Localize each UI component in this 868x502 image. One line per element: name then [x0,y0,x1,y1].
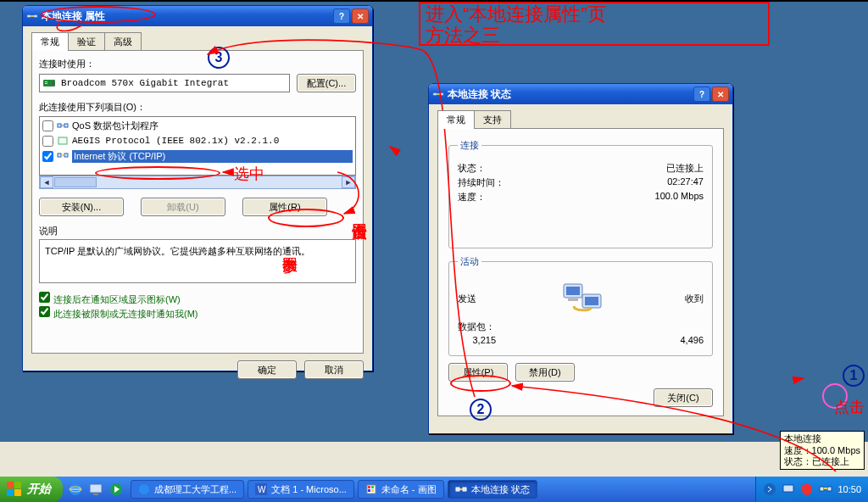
cb-label: 连接后在通知区域显示图标(W) [53,294,181,304]
item-checkbox[interactable] [42,136,53,147]
svg-rect-14 [566,287,580,295]
items-label: 此连接使用下列项目(O)： [39,101,356,114]
task-button[interactable]: 未命名 - 画图 [358,480,444,499]
svg-rect-9 [58,153,61,157]
tab-auth[interactable]: 验证 [68,32,105,51]
task-label: 未命名 - 画图 [381,483,437,496]
tab-advanced[interactable]: 高级 [104,32,142,51]
task-button[interactable]: 成都理工大学工程... [131,480,244,499]
window-lan-properties: 本地连接 属性 ? ✕ 常规 验证 高级 连接时使用： Broadcom 570… [22,5,373,371]
cb-label: 此连接被限制或无连接时通知我(M) [53,309,198,319]
titlebar-help-button[interactable]: ? [693,86,710,102]
configure-button[interactable]: 配置(C)... [297,74,356,92]
group-connection: 连接 [458,139,481,152]
task-label: 本地连接 状态 [471,483,530,496]
scroll-left-button[interactable]: ◄ [40,176,53,188]
title-text: 本地连接 属性 [42,9,105,24]
sent-label: 发送 [458,293,476,305]
ie-icon [138,483,150,495]
network-icon [432,88,444,100]
list-item[interactable]: AEGIS Protocol (IEEE 802.1x) v2.2.1.0 [41,133,354,148]
tray-monitor-icon[interactable] [782,482,795,496]
tray-tooltip: 本地连接 速度：100.0 Mbps 状态：已连接上 [780,431,865,470]
show-tray-icon-checkbox[interactable]: 连接后在通知区域显示图标(W) [39,292,356,306]
svg-rect-6 [58,124,61,127]
svg-rect-20 [7,489,14,496]
ie-icon[interactable] [68,482,83,497]
service-icon [57,120,69,131]
taskbar: 开始 成都理工大学工程... W 文档 1 - Microso... 未命名 -… [0,477,868,502]
svg-rect-36 [456,488,459,491]
adapter-field: Broadcom 570x Gigabit Integrat [39,74,290,92]
titlebar-lan-status[interactable]: 本地连接 状态 ? ✕ [429,84,732,104]
start-button[interactable]: 开始 [0,477,63,502]
svg-rect-32 [368,486,370,488]
svg-rect-17 [585,297,598,305]
item-checkbox[interactable] [42,120,53,131]
svg-rect-11 [433,92,437,96]
tabs: 常规 验证 高级 [31,31,364,50]
window-lan-status: 本地连接 状态 ? ✕ 常规 支持 连接 状态：已连接上 持续时间：02:27:… [428,83,733,434]
tab-general[interactable]: 常规 [437,110,475,129]
svg-rect-0 [27,14,31,18]
state-value: 已连接上 [666,162,704,175]
network-icon [26,10,38,22]
titlebar-help-button[interactable]: ? [333,8,350,24]
task-label: 成都理工大学工程... [154,483,236,496]
desktop-icon[interactable] [88,482,103,497]
scroll-thumb[interactable] [54,177,97,187]
scroll-track[interactable] [97,176,342,188]
duration-label: 持续时间： [458,176,504,189]
listbox-hscroll[interactable]: ◄ ► [39,176,356,189]
titlebar-lan-properties[interactable]: 本地连接 属性 ? ✕ [23,6,372,26]
svg-rect-3 [45,81,47,82]
disable-button[interactable]: 禁用(D) [515,363,575,382]
task-label: 文档 1 - Microso... [271,483,347,496]
components-listbox[interactable]: QoS 数据包计划程序 AEGIS Protocol (IEEE 802.1x)… [39,116,356,176]
status-properties-button[interactable]: 属性(P) [448,363,508,382]
svg-rect-40 [820,487,824,491]
item-checkbox[interactable] [42,151,53,162]
svg-rect-35 [371,489,374,492]
scroll-right-button[interactable]: ► [342,176,355,188]
svg-rect-24 [90,484,102,493]
tray-shield-icon[interactable] [800,482,814,496]
tcpip-properties-button[interactable]: 属性(R) [242,198,327,216]
tray-clock: 10:50 [837,484,861,494]
tray-network-icon[interactable] [819,482,832,496]
title-text: 本地连接 状态 [448,87,511,102]
recv-label: 收到 [685,293,704,305]
description-label: 说明 [39,225,356,237]
list-item[interactable]: QoS 数据包计划程序 [41,118,354,133]
titlebar-close-button[interactable]: ✕ [352,8,369,24]
svg-rect-5 [52,81,54,85]
packets-sent: 3,215 [472,335,496,345]
cancel-button[interactable]: 取消 [304,360,364,379]
svg-rect-21 [14,489,21,496]
adapter-name: Broadcom 570x Gigabit Integrat [61,78,229,88]
state-label: 状态： [458,162,486,175]
item-label: AEGIS Protocol (IEEE 802.1x) v2.2.1.0 [72,136,353,146]
list-item-selected[interactable]: Internet 协议 (TCP/IP) [41,148,354,164]
tray-chevron-icon[interactable] [763,482,776,496]
packets-label: 数据包： [458,321,495,333]
tab-general[interactable]: 常规 [31,32,69,51]
item-label: Internet 协议 (TCP/IP) [72,150,353,163]
task-button-active[interactable]: 本地连接 状态 [448,480,537,499]
install-button[interactable]: 安装(N)... [39,198,124,216]
uninstall-button[interactable]: 卸载(U) [141,198,225,216]
svg-rect-25 [93,494,98,495]
protocol-icon [57,151,69,161]
tab-support[interactable]: 支持 [474,110,511,129]
close-button[interactable]: 关闭(C) [654,388,713,407]
svg-rect-37 [463,488,466,491]
svg-rect-8 [58,137,67,144]
ok-button[interactable]: 确定 [237,360,297,379]
titlebar-close-button[interactable]: ✕ [712,86,729,102]
media-icon[interactable] [108,482,124,497]
task-button[interactable]: W 文档 1 - Microso... [248,480,354,499]
quick-launch [63,477,129,502]
notify-limited-checkbox[interactable]: 此连接被限制或无连接时通知我(M) [39,306,356,321]
packets-recv: 4,496 [680,335,704,345]
tabs: 常规 支持 [437,109,724,128]
